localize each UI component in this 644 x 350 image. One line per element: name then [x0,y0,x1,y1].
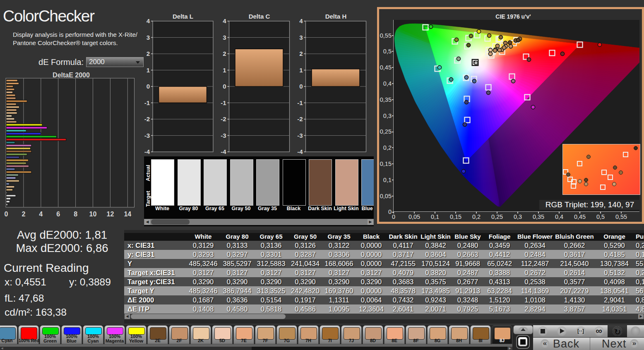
svg-text:0: 0 [299,83,303,90]
svg-text:-3: -3 [297,132,303,139]
svg-text:2: 2 [22,211,25,218]
svg-text:4: 4 [299,17,303,24]
svg-text:12: 12 [107,211,114,218]
svg-text:-1: -1 [144,99,150,106]
svg-text:1: 1 [299,67,303,74]
svg-text:-2: -2 [144,115,150,122]
svg-text:Delta L: Delta L [173,13,193,20]
svg-text:4: 4 [147,17,150,24]
svg-text:-2: -2 [297,115,303,122]
svg-text:1: 1 [147,67,150,74]
svg-text:14: 14 [124,211,131,218]
svg-text:4: 4 [223,17,226,24]
svg-text:10: 10 [89,211,97,218]
svg-text:2: 2 [147,50,150,57]
svg-text:3: 3 [299,34,303,41]
svg-text:0: 0 [223,83,226,90]
svg-text:1: 1 [223,67,226,74]
svg-text:-4: -4 [144,148,150,155]
svg-text:3: 3 [147,34,150,41]
svg-text:Delta C: Delta C [249,13,270,20]
svg-text:0: 0 [147,83,150,90]
svg-text:8: 8 [74,211,77,218]
svg-text:2: 2 [223,50,226,57]
svg-text:-4: -4 [221,148,226,155]
svg-text:3: 3 [223,34,226,41]
svg-text:Delta H: Delta H [325,13,347,20]
svg-text:-3: -3 [221,132,226,139]
svg-text:-4: -4 [297,148,303,155]
svg-text:-2: -2 [221,115,226,122]
svg-text:2: 2 [299,50,303,57]
svg-text:4: 4 [39,211,43,218]
svg-text:0: 0 [5,211,8,218]
svg-text:-3: -3 [144,132,150,139]
svg-text:-1: -1 [221,99,226,106]
svg-text:-1: -1 [297,99,303,106]
svg-text:6: 6 [56,211,60,218]
